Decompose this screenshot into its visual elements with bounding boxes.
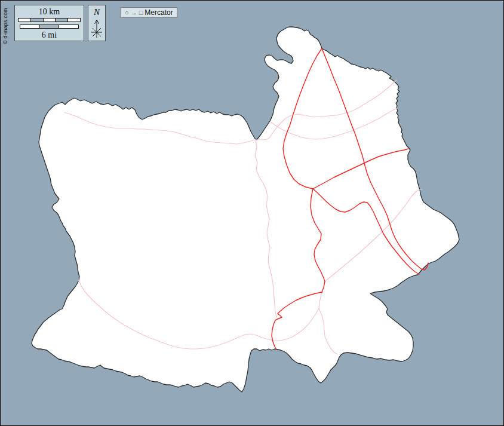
scale-bar-panel: 10 km 6 mi [14,5,84,41]
projection-panel: ○ → □ Mercator [121,7,177,18]
north-label: N [88,5,105,17]
map-image [1,1,503,425]
north-arrow-panel: N [88,5,106,41]
scale-mi-bar-segment [59,25,78,28]
scale-mi-bar-segment [39,25,59,28]
arrow-right-icon: → [131,10,137,16]
scale-km-bar-segment [43,19,56,22]
square-icon: □ [139,10,143,16]
scale-km-label: 10 km [15,5,84,16]
copyright-text: © d-maps.com [2,8,8,44]
scale-km-bar-segment [67,19,80,22]
circle-icon: ○ [125,10,129,16]
map-canvas: 10 km 6 mi N ○ [0,0,504,426]
compass-arrow-icon [90,17,103,39]
scale-km-bar [18,18,81,22]
scale-km-bar-segment [19,19,30,22]
projection-label: Mercator [145,8,173,17]
scale-mi-bar-segment [20,25,39,28]
scale-km-bar-segment [30,19,43,22]
scale-km-bar-segment [55,19,67,22]
scale-mi-bar [20,24,79,29]
scale-mi-label: 6 mi [15,29,84,39]
